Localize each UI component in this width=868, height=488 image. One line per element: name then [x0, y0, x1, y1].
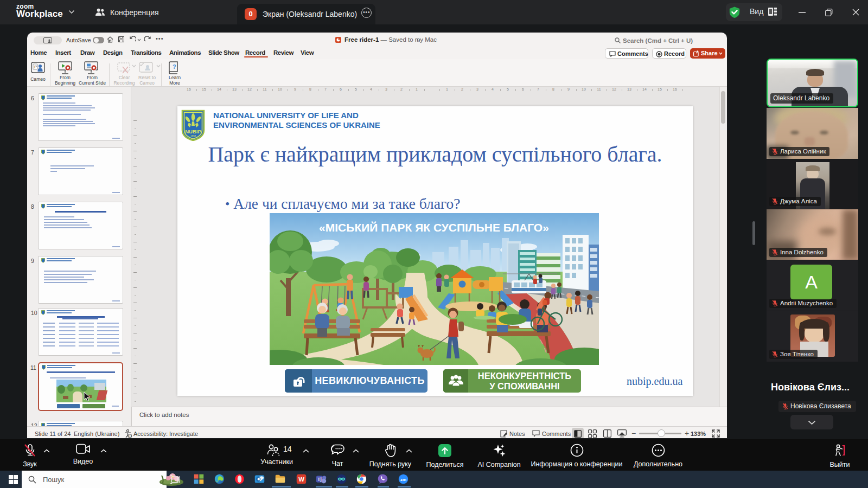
- svg-text:P: P: [34, 65, 37, 69]
- svg-text:zm: zm: [400, 477, 406, 482]
- svg-text:1898: 1898: [190, 135, 196, 138]
- svg-text:!: !: [130, 435, 131, 438]
- svg-text:?: ?: [173, 63, 176, 70]
- svg-text:Tj: Tj: [317, 477, 321, 482]
- svg-text:W: W: [298, 476, 304, 483]
- svg-text:«МІСЬКИЙ ПАРК ЯК СУСПІЛЬНЕ БЛА: «МІСЬКИЙ ПАРК ЯК СУСПІЛЬНЕ БЛАГО»: [319, 221, 549, 234]
- svg-text:NUBIP: NUBIP: [185, 129, 201, 134]
